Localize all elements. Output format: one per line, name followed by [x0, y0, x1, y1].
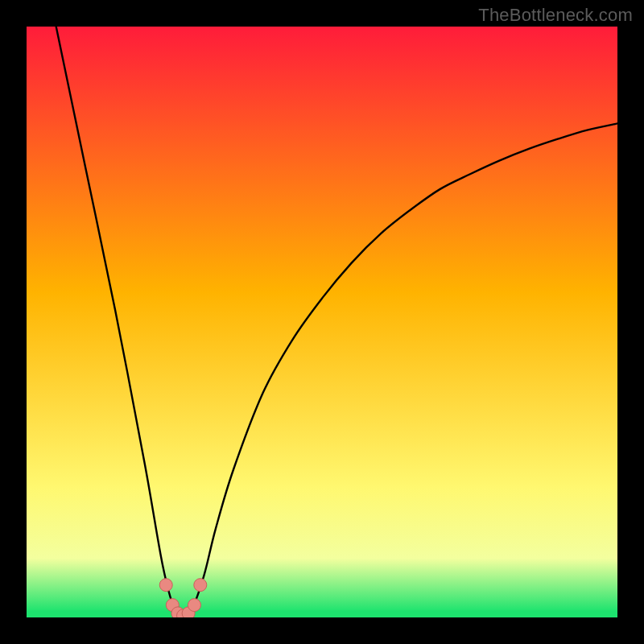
plot-area: [27, 27, 617, 617]
watermark-text: TheBottleneck.com: [478, 5, 633, 26]
svg-rect-0: [27, 27, 617, 617]
gradient-background: [27, 27, 617, 617]
